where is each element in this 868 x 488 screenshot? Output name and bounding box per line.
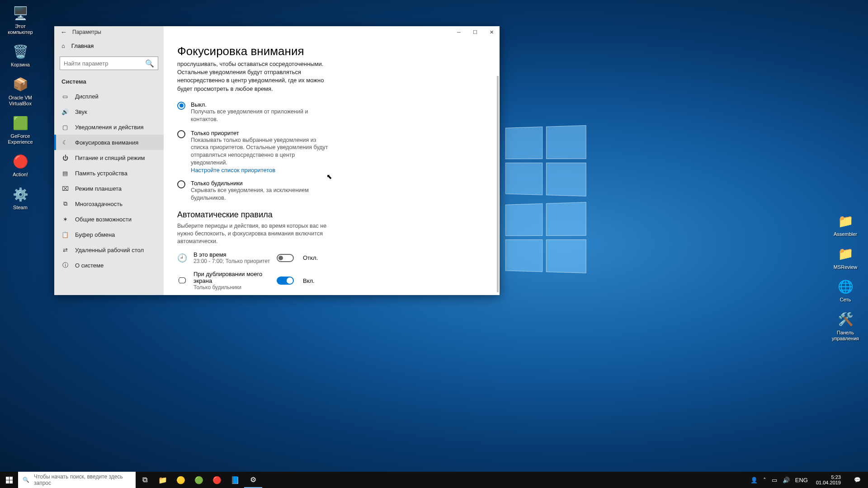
desktop-icon-this-pc[interactable]: 🖥️Этот компьютер	[2, 5, 38, 35]
tray-network-icon[interactable]: ▭	[772, 477, 777, 483]
taskbar-search[interactable]: 🔍 Чтобы начать поиск, введите здесь запр…	[18, 472, 136, 488]
desktop-icon-msreview[interactable]: 📁MSReview	[825, 245, 866, 270]
scrollbar[interactable]	[497, 76, 499, 292]
desktop-icon-label: MSReview	[834, 264, 858, 270]
tray-language[interactable]: ENG	[795, 477, 808, 483]
minimize-button[interactable]: ─	[451, 26, 467, 38]
nav-item-5[interactable]: ▤Память устройства	[54, 165, 164, 181]
nav-home[interactable]: ⌂ Главная	[54, 38, 164, 54]
tools-icon: 🛠️	[837, 311, 854, 328]
home-icon: ⌂	[61, 42, 65, 49]
taskbar-clock[interactable]: 5:23 01.04.2019	[813, 474, 844, 485]
search-input[interactable]	[64, 60, 145, 67]
desktop-icons-left: 🖥️Этот компьютер 🗑️Корзина 📦Oracle VM Vi…	[2, 5, 38, 211]
nav-section-header: Система	[54, 73, 164, 89]
taskbar-explorer[interactable]: 📁	[154, 472, 172, 488]
desktop-icon-assembler[interactable]: 📁Assembler	[825, 212, 866, 237]
nav-item-7[interactable]: ⧉Многозадачность	[54, 196, 164, 211]
maximize-button[interactable]: ☐	[467, 26, 483, 38]
pc-icon: 🖥️	[12, 5, 29, 22]
page-intro: прослушивать, чтобы оставаться сосредото…	[177, 60, 326, 93]
desktop-icon-label: Assembler	[834, 231, 857, 237]
taskbar-search-placeholder: Чтобы начать поиск, введите здесь запрос	[34, 474, 131, 486]
start-button[interactable]	[0, 472, 18, 488]
tray-chevron-up-icon[interactable]: ˄	[763, 477, 766, 483]
desktop-icon-steam[interactable]: ⚙️Steam	[2, 186, 38, 211]
nav-item-6[interactable]: ⌧Режим планшета	[54, 181, 164, 196]
nav-item-1[interactable]: 🔊Звук	[54, 104, 164, 119]
rules-desc: Выберите периоды и действия, во время ко…	[177, 222, 331, 245]
nav-item-8[interactable]: ✶Общие возможности	[54, 211, 164, 227]
task-view-button[interactable]: ⧉	[136, 472, 154, 488]
settings-window: Параметры ⌂ Главная 🔍 Система ▭Дисплей🔊З…	[54, 26, 500, 295]
nav-item-icon: ▤	[61, 169, 69, 177]
taskbar-word[interactable]: 📘	[226, 472, 244, 488]
desktop-icon-label: Корзина	[11, 62, 30, 68]
rule-toggle[interactable]	[277, 277, 294, 285]
clock-date: 01.04.2019	[816, 480, 841, 485]
nav-item-2[interactable]: ▢Уведомления и действия	[54, 119, 164, 135]
taskbar-utorrent[interactable]: 🟢	[190, 472, 208, 488]
settings-search[interactable]: 🔍	[60, 56, 158, 70]
rule-toggle-state: Вкл.	[303, 277, 315, 284]
taskbar-settings[interactable]: ⚙	[244, 472, 262, 488]
radio-icon	[177, 130, 185, 138]
tray-volume-icon[interactable]: 🔊	[783, 477, 790, 483]
taskbar: 🔍 Чтобы начать поиск, введите здесь запр…	[0, 472, 868, 488]
rule-row-0[interactable]: 🕘В это время23:00 - 7:00; Только приорит…	[177, 251, 486, 264]
rule-sub: Только будильники	[193, 284, 270, 291]
close-button[interactable]: ✕	[483, 26, 500, 38]
nav-item-icon: ⧉	[61, 200, 69, 207]
arrow-left-icon	[61, 28, 67, 36]
clock-time: 5:23	[816, 474, 841, 480]
radio-option-2[interactable]: Только будильникиСкрывать все уведомлени…	[177, 180, 331, 202]
nav-item-label: Общие возможности	[75, 216, 132, 223]
nav-item-icon: ✶	[61, 216, 69, 223]
priority-list-link[interactable]: Настройте список приоритетов	[191, 167, 331, 174]
radio-desc: Получать все уведомления от приложений и…	[191, 108, 331, 123]
nav-item-icon: ▢	[61, 123, 69, 131]
notification-center-button[interactable]: 💬	[849, 472, 865, 488]
nav-item-icon: 🔊	[61, 108, 69, 115]
desktop-icon-action[interactable]: 🔴Action!	[2, 153, 38, 178]
nav-item-icon: ⓘ	[61, 262, 69, 269]
desktop-icon-network[interactable]: 🌐Сеть	[825, 278, 866, 303]
radio-desc: Показывать только выбранные уведомления …	[191, 136, 331, 167]
nav-item-icon: ⏻	[61, 154, 69, 161]
window-title: Параметры	[72, 29, 101, 35]
rule-row-1[interactable]: 🖵При дублировании моего экранаТолько буд…	[177, 271, 486, 291]
back-button[interactable]	[57, 26, 71, 38]
rules-header: Автоматические правила	[177, 210, 486, 220]
nav-item-label: Память устройства	[75, 170, 127, 177]
rule-toggle-state: Откл.	[303, 254, 318, 261]
nav-item-0[interactable]: ▭Дисплей	[54, 89, 164, 104]
rule-toggle[interactable]	[277, 254, 294, 262]
nav-item-label: Уведомления и действия	[75, 124, 144, 131]
nav-item-label: Буфер обмена	[75, 231, 115, 238]
nav-item-3[interactable]: ☾Фокусировка внимания	[54, 135, 164, 150]
taskbar-yandex[interactable]: 🟡	[172, 472, 190, 488]
nav-item-11[interactable]: ⓘО системе	[54, 258, 164, 273]
nav-item-icon: ⌧	[61, 185, 69, 192]
taskbar-action[interactable]: 🔴	[208, 472, 226, 488]
radio-desc: Скрывать все уведомления, за исключением…	[191, 187, 331, 202]
desktop-icon-geforce[interactable]: 🟩GeForce Experience	[2, 114, 38, 145]
nav-item-4[interactable]: ⏻Питание и спящий режим	[54, 150, 164, 165]
desktop-icons-right: 📁Assembler 📁MSReview 🌐Сеть 🛠️Панель упра…	[825, 212, 866, 341]
radio-option-1[interactable]: Только приоритетПоказывать только выбран…	[177, 130, 331, 174]
nav-item-icon: ⇄	[61, 246, 69, 253]
nav-item-label: Многозадачность	[75, 201, 123, 207]
desktop-icon-recycle-bin[interactable]: 🗑️Корзина	[2, 43, 38, 68]
desktop-icon-virtualbox[interactable]: 📦Oracle VM VirtualBox	[2, 76, 38, 106]
desktop-icon-label: Steam	[13, 205, 28, 211]
steam-icon: ⚙️	[12, 186, 29, 203]
radio-option-0[interactable]: Выкл.Получать все уведомления от приложе…	[177, 101, 331, 123]
nav-item-9[interactable]: 📋Буфер обмена	[54, 227, 164, 242]
desktop-icon-label: Панель управления	[825, 330, 866, 341]
nav-item-10[interactable]: ⇄Удаленный рабочий стол	[54, 242, 164, 258]
tray-people-icon[interactable]: 👤	[750, 477, 758, 483]
settings-content: ─ ☐ ✕ Фокусировка внимания прослушивать,…	[164, 26, 500, 295]
desktop-icon-control-panel[interactable]: 🛠️Панель управления	[825, 311, 866, 341]
rule-icon: 🕘	[177, 253, 187, 263]
network-icon: 🌐	[837, 278, 854, 295]
